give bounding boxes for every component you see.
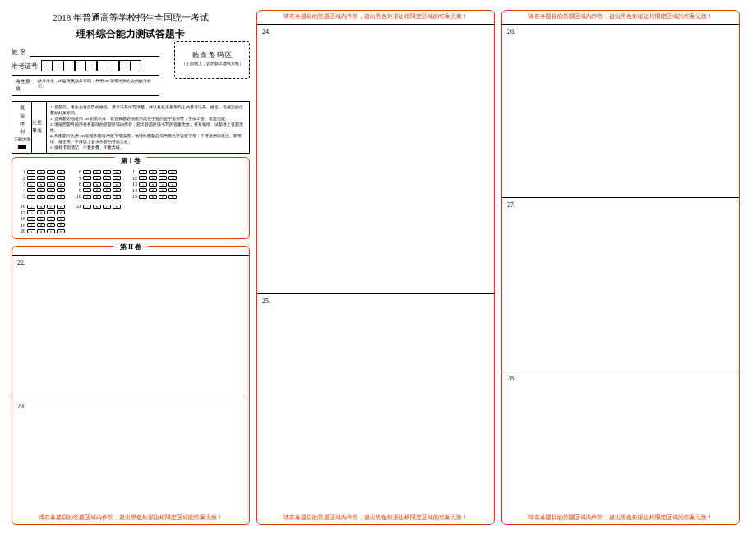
bubble-4-D[interactable]: D [57, 188, 65, 192]
bubble-11-A[interactable]: A [139, 170, 147, 174]
mc-row-4[interactable]: 4ABCD [17, 188, 65, 193]
bubble-9-C[interactable]: C [103, 188, 111, 192]
bubble-14-A[interactable]: A [139, 188, 147, 192]
bubble-15-C[interactable]: C [159, 195, 167, 199]
answer-22[interactable]: 22. [12, 255, 249, 399]
bubble-14-C[interactable]: C [159, 188, 167, 192]
mc-row-9[interactable]: 9ABCD [73, 188, 121, 193]
bubble-10-D[interactable]: D [113, 195, 121, 199]
bubble-1-A[interactable]: A [27, 170, 35, 174]
mc-row-21[interactable]: 21ABCD [73, 204, 121, 209]
bubble-8-A[interactable]: A [83, 182, 91, 187]
id-boxes[interactable] [41, 60, 141, 71]
bubble-10-B[interactable]: B [93, 195, 101, 199]
bubble-18-C[interactable]: C [47, 217, 55, 221]
bubble-5-B[interactable]: B [37, 195, 45, 199]
bubble-19-A[interactable]: A [27, 223, 35, 227]
bubble-6-B[interactable]: B [93, 170, 101, 174]
bubble-16-D[interactable]: D [57, 205, 65, 209]
bubble-13-D[interactable]: D [168, 182, 177, 187]
bubble-7-C[interactable]: C [103, 176, 111, 180]
bubble-3-C[interactable]: C [47, 182, 55, 187]
mc-row-14[interactable]: 14ABCD [129, 188, 177, 193]
bubble-3-A[interactable]: A [27, 182, 35, 187]
bubble-15-D[interactable]: D [168, 195, 177, 199]
bubble-14-D[interactable]: D [168, 188, 177, 192]
bubble-6-A[interactable]: A [83, 170, 91, 174]
mc-row-2[interactable]: 2ABCD [17, 176, 65, 181]
mc-row-13[interactable]: 13ABCD [129, 182, 177, 187]
mc-row-10[interactable]: 10ABCD [73, 194, 121, 199]
mc-row-5[interactable]: 5ABCD [17, 194, 65, 199]
mc-row-6[interactable]: 6ABCD [73, 169, 121, 174]
answer-27[interactable]: 27. [502, 197, 739, 371]
bubble-5-D[interactable]: D [57, 195, 65, 199]
bubble-17-C[interactable]: C [47, 210, 55, 214]
bubble-21-D[interactable]: D [113, 205, 121, 209]
bubble-1-C[interactable]: C [47, 170, 55, 174]
bubble-17-B[interactable]: B [37, 210, 45, 214]
bubble-13-C[interactable]: C [159, 182, 167, 187]
bubble-19-B[interactable]: B [37, 223, 45, 227]
mc-row-7[interactable]: 7ABCD [73, 176, 121, 181]
answer-28[interactable]: 28. [502, 371, 739, 511]
bubble-11-D[interactable]: D [168, 170, 177, 174]
bubble-21-A[interactable]: A [83, 205, 91, 209]
bubble-16-C[interactable]: C [47, 205, 55, 209]
mc-row-1[interactable]: 1ABCD [17, 169, 65, 174]
bubble-15-B[interactable]: B [149, 195, 157, 199]
mc-row-12[interactable]: 12ABCD [129, 176, 177, 181]
bubble-3-B[interactable]: B [37, 182, 45, 187]
answer-26[interactable]: 26. [502, 24, 739, 197]
bubble-4-C[interactable]: C [47, 188, 55, 192]
bubble-20-A[interactable]: A [27, 229, 35, 233]
bubble-20-D[interactable]: D [57, 229, 65, 233]
bubble-12-A[interactable]: A [139, 176, 147, 180]
bubble-10-C[interactable]: C [103, 195, 111, 199]
mc-row-16[interactable]: 16ABCD [17, 204, 65, 209]
bubble-7-B[interactable]: B [93, 176, 101, 180]
bubble-5-C[interactable]: C [47, 195, 55, 199]
bubble-5-A[interactable]: A [27, 195, 35, 199]
bubble-2-A[interactable]: A [27, 176, 35, 180]
bubble-18-A[interactable]: A [27, 217, 35, 221]
bubble-11-B[interactable]: B [149, 170, 157, 174]
bubble-4-A[interactable]: A [27, 188, 35, 192]
bubble-1-D[interactable]: D [57, 170, 65, 174]
bubble-17-D[interactable]: D [57, 210, 65, 214]
bubble-18-B[interactable]: B [37, 217, 45, 221]
bubble-8-C[interactable]: C [103, 182, 111, 187]
mc-row-17[interactable]: 17ABCD [17, 210, 65, 215]
answer-24[interactable]: 24. [257, 24, 494, 293]
bubble-16-B[interactable]: B [37, 205, 45, 209]
bubble-11-C[interactable]: C [159, 170, 167, 174]
bubble-3-D[interactable]: D [57, 182, 65, 187]
name-field[interactable] [30, 48, 159, 57]
bubble-7-D[interactable]: D [113, 176, 121, 180]
bubble-14-B[interactable]: B [149, 188, 157, 192]
bubble-8-D[interactable]: D [113, 182, 121, 187]
bubble-4-B[interactable]: B [37, 188, 45, 192]
bubble-19-C[interactable]: C [47, 223, 55, 227]
bubble-6-D[interactable]: D [113, 170, 121, 174]
mc-row-8[interactable]: 8ABCD [73, 182, 121, 187]
bubble-12-B[interactable]: B [149, 176, 157, 180]
answer-23[interactable]: 23. [12, 399, 249, 511]
mc-row-11[interactable]: 11ABCD [129, 169, 177, 174]
mc-row-19[interactable]: 19ABCD [17, 223, 65, 228]
bubble-2-B[interactable]: B [37, 176, 45, 180]
bubble-13-A[interactable]: A [139, 182, 147, 187]
bubble-12-C[interactable]: C [159, 176, 167, 180]
bubble-13-B[interactable]: B [149, 182, 157, 187]
bubble-20-B[interactable]: B [37, 229, 45, 233]
bubble-2-D[interactable]: D [57, 176, 65, 180]
bubble-9-A[interactable]: A [83, 188, 91, 192]
mc-row-15[interactable]: 15ABCD [129, 194, 177, 199]
bubble-8-B[interactable]: B [93, 182, 101, 187]
bubble-12-D[interactable]: D [168, 176, 177, 180]
bubble-21-B[interactable]: B [93, 205, 101, 209]
bubble-18-D[interactable]: D [57, 217, 65, 221]
bubble-7-A[interactable]: A [83, 176, 91, 180]
bubble-20-C[interactable]: C [47, 229, 55, 233]
bubble-2-C[interactable]: C [47, 176, 55, 180]
